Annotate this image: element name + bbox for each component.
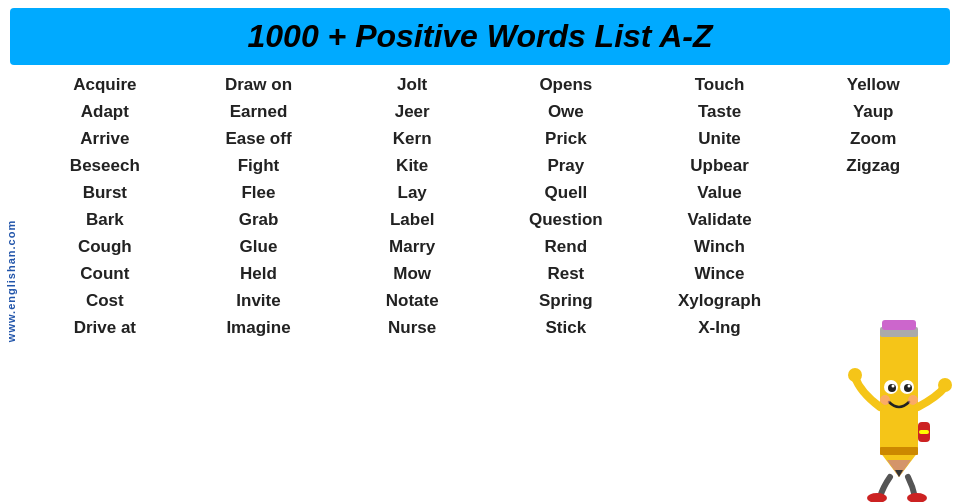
list-item: Xylograph <box>678 287 761 314</box>
word-column-col5: TouchTasteUniteUpbearValueValidateWinchW… <box>643 71 797 341</box>
list-item: Label <box>390 206 434 233</box>
list-item: Prick <box>545 125 587 152</box>
word-column-col2: Draw onEarnedEase offFightFleeGrabGlueHe… <box>182 71 336 341</box>
words-grid: AcquireAdaptArriveBeseechBurstBarkCoughC… <box>0 71 960 341</box>
word-column-col4: OpensOwePrickPrayQuellQuestionRendRestSp… <box>489 71 643 341</box>
svg-rect-0 <box>880 332 918 452</box>
list-item: Jolt <box>397 71 427 98</box>
list-item: Pray <box>547 152 584 179</box>
list-item: Wince <box>695 260 745 287</box>
pencil-mascot <box>840 302 960 502</box>
svg-marker-5 <box>895 470 903 477</box>
list-item: Burst <box>83 179 127 206</box>
list-item: Kite <box>396 152 428 179</box>
list-item: Rend <box>545 233 588 260</box>
svg-point-10 <box>892 385 895 388</box>
list-item: Cost <box>86 287 124 314</box>
list-item: Imagine <box>226 314 290 341</box>
svg-point-14 <box>848 368 862 382</box>
list-item: Fight <box>238 152 280 179</box>
list-item: Cough <box>78 233 132 260</box>
list-item: Notate <box>386 287 439 314</box>
list-item: Winch <box>694 233 745 260</box>
list-item: Kern <box>393 125 432 152</box>
word-column-col6: YellowYaupZoomZigzag <box>796 71 950 341</box>
svg-point-17 <box>907 493 927 502</box>
list-item: Earned <box>230 98 288 125</box>
page-title: 1000 + Positive Words List A-Z <box>10 18 950 55</box>
list-item: Upbear <box>690 152 749 179</box>
list-item: Bark <box>86 206 124 233</box>
header: 1000 + Positive Words List A-Z <box>10 8 950 65</box>
list-item: Count <box>80 260 129 287</box>
svg-rect-20 <box>919 430 929 434</box>
list-item: Rest <box>547 260 584 287</box>
list-item: Marry <box>389 233 435 260</box>
list-item: X-Ing <box>698 314 741 341</box>
list-item: Zigzag <box>846 152 900 179</box>
list-item: Opens <box>539 71 592 98</box>
word-column-col3: JoltJeerKernKiteLayLabelMarryMowNotateNu… <box>335 71 489 341</box>
list-item: Flee <box>241 179 275 206</box>
list-item: Held <box>240 260 277 287</box>
list-item: Ease off <box>225 125 291 152</box>
svg-rect-2 <box>882 320 916 330</box>
list-item: Taste <box>698 98 741 125</box>
list-item: Adapt <box>81 98 129 125</box>
list-item: Draw on <box>225 71 292 98</box>
svg-point-11 <box>908 385 911 388</box>
list-item: Lay <box>398 179 427 206</box>
list-item: Mow <box>393 260 431 287</box>
list-item: Jeer <box>395 98 430 125</box>
list-item: Invite <box>236 287 280 314</box>
list-item: Acquire <box>73 71 136 98</box>
svg-rect-18 <box>880 447 918 455</box>
list-item: Stick <box>546 314 587 341</box>
list-item: Question <box>529 206 603 233</box>
list-item: Yaup <box>853 98 894 125</box>
list-item: Grab <box>239 206 279 233</box>
list-item: Unite <box>698 125 741 152</box>
list-item: Quell <box>545 179 588 206</box>
svg-point-15 <box>938 378 952 392</box>
list-item: Owe <box>548 98 584 125</box>
list-item: Spring <box>539 287 593 314</box>
list-item: Yellow <box>847 71 900 98</box>
list-item: Arrive <box>80 125 129 152</box>
list-item: Beseech <box>70 152 140 179</box>
list-item: Zoom <box>850 125 896 152</box>
list-item: Touch <box>695 71 745 98</box>
word-column-col1: AcquireAdaptArriveBeseechBurstBarkCoughC… <box>28 71 182 341</box>
list-item: Drive at <box>74 314 136 341</box>
list-item: Value <box>697 179 741 206</box>
list-item: Validate <box>687 206 751 233</box>
list-item: Nurse <box>388 314 436 341</box>
list-item: Glue <box>240 233 278 260</box>
